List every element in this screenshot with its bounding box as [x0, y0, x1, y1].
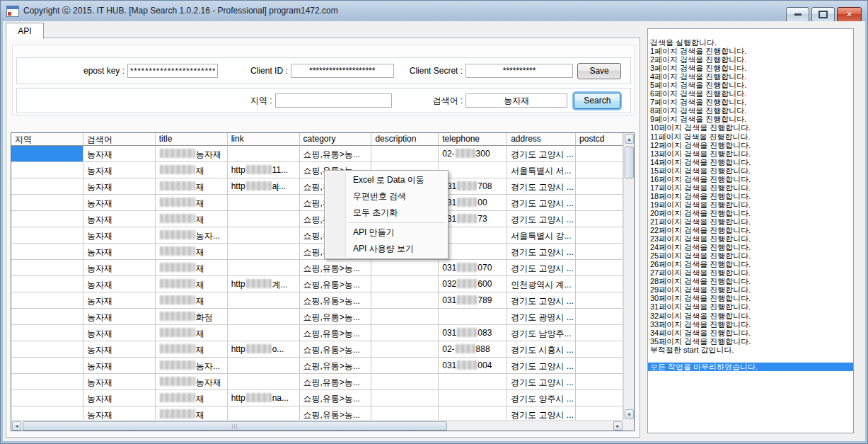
grid-cell[interactable]	[11, 358, 83, 374]
column-header-6[interactable]: telephone	[439, 133, 507, 146]
log-line[interactable]: 20페이지 검색을 진행합니다.	[648, 209, 853, 217]
grid-cell[interactable]: 쇼핑,유통>농...	[300, 390, 372, 406]
log-panel[interactable]: 검색을 실행합니다.1페이지 검색을 진행합니다.2페이지 검색을 진행합니다.…	[647, 28, 854, 433]
grid-cell[interactable]	[11, 178, 83, 195]
column-header-4[interactable]: category	[300, 133, 372, 146]
log-line[interactable]: 35페이지 검색을 진행합니다.	[648, 337, 853, 346]
grid-cell[interactable]	[228, 195, 300, 211]
grid-cell[interactable]: 농자재	[83, 325, 156, 341]
grid-cell[interactable]	[439, 162, 507, 178]
log-line[interactable]: 7페이지 검색을 진행합니다.	[648, 98, 853, 106]
log-line[interactable]: 29페이지 검색을 진행합니다.	[648, 285, 853, 294]
column-header-7[interactable]: address	[507, 133, 576, 146]
log-line[interactable]: 31페이지 검색을 진행합니다.	[648, 302, 853, 311]
grid-cell[interactable]: 032600	[439, 276, 507, 292]
v-scrollbar[interactable]: ▲ ▼	[623, 133, 634, 420]
column-header-2[interactable]: title	[156, 133, 228, 146]
grid-cell[interactable]	[11, 146, 83, 162]
grid-cell[interactable]: 경기도 고양시 ...	[507, 244, 576, 260]
grid-cell[interactable]: 재	[156, 195, 228, 211]
grid-cell[interactable]: 경기도 고양시 ...	[507, 260, 576, 276]
grid-cell[interactable]	[576, 260, 623, 276]
grid-cell[interactable]: 인천광역시 계...	[507, 276, 576, 292]
grid-cell[interactable]: 031789	[439, 292, 507, 309]
grid-cell[interactable]	[371, 358, 439, 374]
grid-cell[interactable]: 031004	[439, 358, 507, 374]
grid-cell[interactable]: http11...	[228, 162, 300, 178]
grid-cell[interactable]	[439, 406, 507, 420]
scroll-right-button[interactable]: ►	[613, 421, 623, 431]
grid-cell[interactable]	[576, 309, 623, 325]
h-scroll-thumb[interactable]: |||	[23, 421, 447, 431]
grid-cell[interactable]: 경기도 고양시 ...	[507, 292, 576, 309]
grid-cell[interactable]: 경기도 광명시 ...	[507, 309, 576, 325]
grid-cell[interactable]: 농자...	[156, 358, 228, 374]
grid-cell[interactable]: 경기도 고양시 ...	[507, 358, 576, 374]
grid-cell[interactable]: 농자재	[156, 374, 228, 390]
grid-cell[interactable]: httpna...	[228, 390, 300, 406]
grid-cell[interactable]: 재	[156, 244, 228, 260]
column-header-8[interactable]: postcd	[576, 133, 623, 146]
log-line[interactable]: 22페이지 검색을 진행합니다.	[648, 226, 853, 234]
search-button[interactable]: Search	[574, 93, 620, 109]
grid-cell[interactable]: 쇼핑,유통>농...	[300, 292, 372, 309]
grid-cell[interactable]: 농자재	[83, 146, 156, 162]
context-menu-item[interactable]: Excel 로 Data 이동	[326, 172, 446, 188]
log-line[interactable]: 14페이지 검색을 진행합니다.	[648, 158, 853, 166]
grid-cell[interactable]: 경기도 고양시 ...	[507, 374, 576, 390]
grid-cell[interactable]	[576, 325, 623, 341]
grid-cell[interactable]: 경기도 고양시 ...	[507, 146, 576, 162]
epost-key-field[interactable]	[127, 64, 218, 78]
grid-cell[interactable]: 031708	[439, 178, 507, 195]
grid-cell[interactable]: 농자재	[83, 390, 156, 406]
context-menu-item[interactable]: 모두 초기화	[326, 205, 446, 221]
log-line[interactable]: 26페이지 검색을 진행합니다.	[648, 260, 853, 268]
grid-cell[interactable]: 농자재	[83, 178, 156, 195]
grid-cell[interactable]	[228, 260, 300, 276]
log-line[interactable]: 16페이지 검색을 진행합니다.	[648, 175, 853, 183]
log-line[interactable]: 23페이지 검색을 진행합니다.	[648, 234, 853, 243]
grid-cell[interactable]	[11, 260, 83, 276]
grid-cell[interactable]: 농자재	[83, 260, 156, 276]
log-line[interactable]: 27페이지 검색을 진행합니다.	[648, 268, 853, 277]
grid-cell[interactable]	[576, 374, 623, 390]
grid-cell[interactable]	[11, 276, 83, 292]
column-header-1[interactable]: 검색어	[83, 133, 156, 146]
log-line[interactable]: 32페이지 검색을 진행합니다.	[648, 312, 853, 320]
log-line[interactable]: 6페이지 검색을 진행합니다.	[648, 89, 853, 98]
log-line[interactable]: 17페이지 검색을 진행합니다.	[648, 183, 853, 192]
grid-cell[interactable]: 쇼핑,유통>농...	[300, 146, 372, 162]
scroll-left-button[interactable]: ◄	[12, 421, 21, 431]
save-button[interactable]: Save	[577, 63, 621, 79]
grid-cell[interactable]: 경기도 고양시 ...	[507, 195, 576, 211]
log-line[interactable]: 15페이지 검색을 진행합니다.	[648, 166, 853, 175]
grid-cell[interactable]	[371, 146, 439, 162]
grid-cell[interactable]: 재	[156, 260, 228, 276]
grid-cell[interactable]	[228, 211, 300, 227]
h-scrollbar[interactable]: ◄ ||| ►	[11, 420, 623, 431]
grid-cell[interactable]: 경기도 양주시 ...	[507, 390, 576, 406]
grid-cell[interactable]	[576, 162, 623, 178]
grid-cell[interactable]	[576, 292, 623, 309]
log-line[interactable]: 모든 작업을 마무리하였습니다.	[648, 363, 853, 371]
log-line[interactable]: 33페이지 검색을 진행합니다.	[648, 320, 853, 329]
grid-cell[interactable]: 재	[156, 390, 228, 406]
grid-cell[interactable]: 화점	[156, 309, 228, 325]
grid-cell[interactable]: 재	[156, 211, 228, 227]
grid-cell[interactable]	[371, 374, 439, 390]
close-button[interactable]: ✕	[837, 7, 862, 22]
grid-cell[interactable]	[576, 146, 623, 162]
grid-cell[interactable]: 농자재	[83, 244, 156, 260]
grid-cell[interactable]: httpo...	[228, 341, 300, 358]
log-line[interactable]: 12페이지 검색을 진행합니다.	[648, 141, 853, 149]
grid-cell[interactable]	[228, 292, 300, 309]
context-menu-item[interactable]: API 사용량 보기	[326, 241, 446, 257]
grid-cell[interactable]	[439, 374, 507, 390]
grid-cell[interactable]	[11, 162, 83, 178]
grid-cell[interactable]: 농자재	[83, 292, 156, 309]
grid-cell[interactable]	[576, 390, 623, 406]
grid-cell[interactable]: 재	[156, 341, 228, 358]
log-line[interactable]: 18페이지 검색을 진행합니다.	[648, 192, 853, 200]
keyword-field[interactable]	[465, 93, 567, 108]
grid-cell[interactable]: 농자재	[156, 146, 228, 162]
